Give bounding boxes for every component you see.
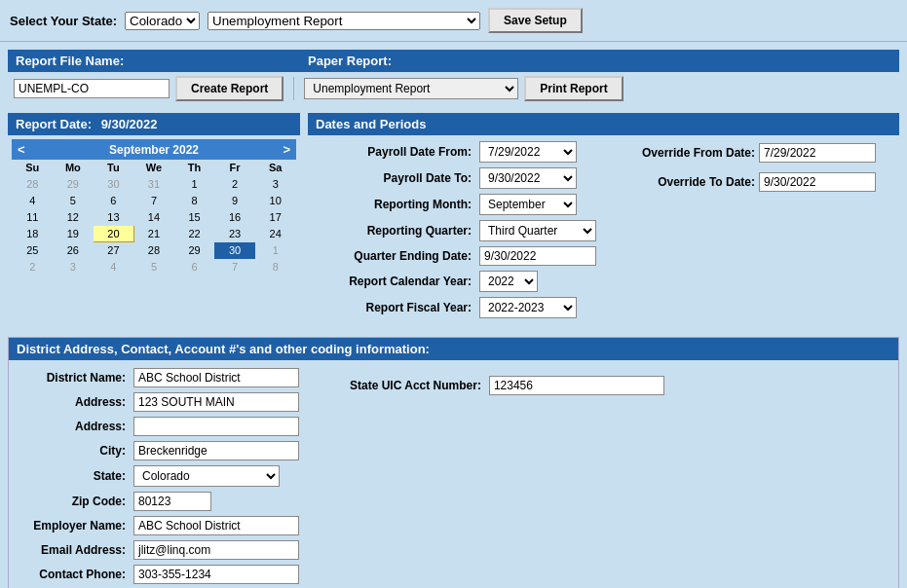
calendar-day[interactable]: 25 <box>13 242 54 259</box>
calendar-year-row: Report Calendar Year: 2022 <box>316 271 599 292</box>
calendar-day[interactable]: 9 <box>214 193 255 209</box>
calendar-day[interactable]: 27 <box>94 242 134 259</box>
calendar-day[interactable]: 17 <box>255 209 296 226</box>
calendar-day[interactable]: 7 <box>133 193 174 209</box>
calendar-day[interactable]: 18 <box>13 226 54 242</box>
quarter-ending-row: Quarter Ending Date: <box>316 246 599 266</box>
zip-input[interactable] <box>133 492 211 511</box>
calendar-day[interactable]: 6 <box>174 259 215 276</box>
payroll-date-from-select[interactable]: 7/29/2022 <box>479 141 577 163</box>
calendar-week-row: 28293031123 <box>13 176 296 193</box>
report-type-select[interactable]: Unemployment Report <box>208 12 480 30</box>
calendar-day[interactable]: 1 <box>174 176 215 193</box>
city-row: City: <box>19 441 330 460</box>
override-to-input[interactable] <box>759 172 876 192</box>
zip-label: Zip Code: <box>19 495 126 508</box>
calendar-day[interactable]: 29 <box>174 242 215 259</box>
report-file-input[interactable] <box>14 79 170 98</box>
calendar-day[interactable]: 29 <box>53 176 94 193</box>
state-field-select[interactable]: Colorado <box>133 465 280 487</box>
calendar-day[interactable]: 4 <box>94 259 134 276</box>
payroll-date-from-row: Payroll Date From: 7/29/2022 <box>316 141 599 163</box>
print-report-button[interactable]: Print Report <box>524 76 623 101</box>
uic-input[interactable] <box>489 376 664 395</box>
district-name-input[interactable] <box>133 368 299 387</box>
district-fields: District Name: Address: Address: City: S… <box>9 360 898 588</box>
fiscal-year-label: Report Fiscal Year: <box>316 301 472 314</box>
calendar-day[interactable]: 1 <box>255 242 296 259</box>
calendar-day[interactable]: 13 <box>94 209 134 226</box>
calendar-body: 2829303112345678910111213141516171819202… <box>13 176 296 276</box>
calendar-day[interactable]: 28 <box>13 176 54 193</box>
email-label: Email Address: <box>19 543 126 557</box>
district-name-label: District Name: <box>19 371 126 385</box>
cal-header-su: Su <box>13 160 54 176</box>
calendar-next-button[interactable]: > <box>283 142 290 157</box>
calendar-day[interactable]: 20 <box>94 226 134 242</box>
calendar-day[interactable]: 30 <box>214 242 255 259</box>
calendar-day[interactable]: 11 <box>13 209 54 226</box>
report-file-header: Report File Name: <box>8 50 300 72</box>
calendar-day[interactable]: 8 <box>174 193 215 209</box>
calendar-day[interactable]: 5 <box>53 193 94 209</box>
reporting-month-label: Reporting Month: <box>316 198 472 211</box>
paper-report-type-select[interactable]: Unemployment Report <box>304 78 518 99</box>
calendar-day[interactable]: 8 <box>255 259 296 276</box>
calendar-day[interactable]: 12 <box>53 209 94 226</box>
calendar-year-label: Report Calendar Year: <box>316 275 472 288</box>
override-from-label: Override From Date: <box>619 146 755 160</box>
calendar-day[interactable]: 4 <box>13 193 54 209</box>
employer-name-input[interactable] <box>133 516 299 535</box>
fiscal-year-select[interactable]: 2022-2023 <box>479 297 577 318</box>
calendar-day[interactable]: 3 <box>255 176 296 193</box>
calendar-day[interactable]: 2 <box>13 259 54 276</box>
calendar-day[interactable]: 22 <box>174 226 215 242</box>
paper-report-header: Paper Report: <box>300 50 899 72</box>
calendar-day[interactable]: 26 <box>53 242 94 259</box>
email-input[interactable] <box>133 540 299 560</box>
top-section: Report Date: 9/30/2022 < September 2022 … <box>8 113 899 329</box>
reporting-month-select[interactable]: September <box>479 194 577 215</box>
address1-input[interactable] <box>133 392 299 412</box>
state-field-label: State: <box>19 469 126 483</box>
main-content: Report File Name: Paper Report: Create R… <box>0 42 907 588</box>
address2-input[interactable] <box>133 417 299 436</box>
calendar-nav: < September 2022 > <box>12 139 296 160</box>
create-report-button[interactable]: Create Report <box>175 76 283 101</box>
quarter-ending-input[interactable] <box>479 246 596 266</box>
calendar-prev-button[interactable]: < <box>18 142 25 157</box>
calendar-day[interactable]: 16 <box>214 209 255 226</box>
calendar-week-row: 2345678 <box>13 259 296 276</box>
calendar-day[interactable]: 7 <box>214 259 255 276</box>
address1-label: Address: <box>19 395 126 409</box>
save-setup-button[interactable]: Save Setup <box>488 8 583 33</box>
state-select[interactable]: Colorado <box>125 12 200 30</box>
cal-header-fr: Fr <box>214 160 255 176</box>
override-from-input[interactable] <box>759 143 876 163</box>
calendar-day[interactable]: 2 <box>214 176 255 193</box>
cal-header-we: We <box>133 160 174 176</box>
calendar-day[interactable]: 30 <box>94 176 134 193</box>
calendar-day[interactable]: 3 <box>53 259 94 276</box>
district-left: District Name: Address: Address: City: S… <box>19 368 330 588</box>
calendar-day[interactable]: 6 <box>94 193 134 209</box>
combined-section: Report File Name: Paper Report: Create R… <box>8 50 899 105</box>
calendar-day[interactable]: 24 <box>255 226 296 242</box>
right-panel: Dates and Periods Payroll Date From: 7/2… <box>308 113 899 329</box>
city-input[interactable] <box>133 441 299 460</box>
calendar-day[interactable]: 31 <box>133 176 174 193</box>
calendar-day[interactable]: 21 <box>133 226 174 242</box>
calendar-day[interactable]: 23 <box>214 226 255 242</box>
calendar-day[interactable]: 10 <box>255 193 296 209</box>
reporting-quarter-select[interactable]: Third Quarter <box>479 220 596 241</box>
payroll-date-to-select[interactable]: 9/30/2022 <box>479 167 577 189</box>
calendar-year-select[interactable]: 2022 <box>479 271 538 292</box>
calendar-day[interactable]: 15 <box>174 209 215 226</box>
phone-label: Contact Phone: <box>19 568 126 581</box>
calendar-day[interactable]: 19 <box>53 226 94 242</box>
calendar-day[interactable]: 14 <box>133 209 174 226</box>
calendar-day[interactable]: 5 <box>133 259 174 276</box>
calendar-day[interactable]: 28 <box>133 242 174 259</box>
phone-input[interactable] <box>133 565 299 584</box>
file-paper-body: Create Report Unemployment Report Print … <box>8 72 899 105</box>
